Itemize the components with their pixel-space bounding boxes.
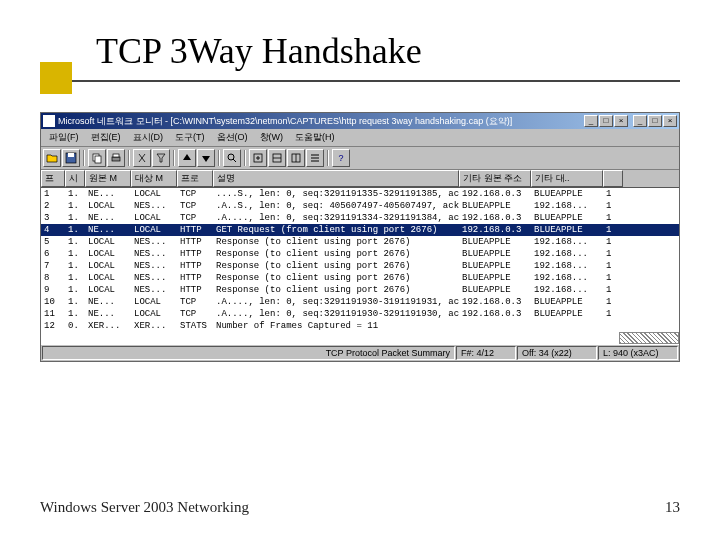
col-extra[interactable] bbox=[603, 170, 623, 187]
cell: LOCAL bbox=[131, 212, 177, 224]
cut-icon[interactable] bbox=[133, 149, 151, 167]
child-maximize-button[interactable]: □ bbox=[648, 115, 662, 127]
table-row[interactable]: 71.LOCALNES...HTTPResponse (to client us… bbox=[41, 260, 679, 272]
cell: LOCAL bbox=[131, 296, 177, 308]
col-frame[interactable]: 프 bbox=[41, 170, 65, 187]
table-row[interactable]: 41.NE...LOCALHTTPGET Request (from clien… bbox=[41, 224, 679, 236]
cell: NE... bbox=[85, 308, 131, 320]
cell: 2 bbox=[41, 200, 65, 212]
cell: 192.168... bbox=[531, 248, 603, 260]
menu-window[interactable]: 창(W) bbox=[254, 130, 290, 145]
cell: 192.168... bbox=[531, 260, 603, 272]
title-area: TCP 3Way Handshake bbox=[0, 0, 720, 72]
cell: HTTP bbox=[177, 248, 213, 260]
menu-options[interactable]: 옵션(O) bbox=[211, 130, 254, 145]
arrow-down-icon[interactable] bbox=[197, 149, 215, 167]
cell: BLUEAPPLE bbox=[459, 272, 531, 284]
titlebar-text: Microsoft 네트워크 모니터 - [C:\WINNT\system32\… bbox=[58, 115, 584, 128]
cell: TCP bbox=[177, 188, 213, 200]
cell: 3 bbox=[41, 212, 65, 224]
table-row[interactable]: 61.LOCALNES...HTTPResponse (to client us… bbox=[41, 248, 679, 260]
menu-tools[interactable]: 도구(T) bbox=[169, 130, 211, 145]
cell: NES... bbox=[131, 284, 177, 296]
maximize-button[interactable]: □ bbox=[599, 115, 613, 127]
help-icon[interactable]: ? bbox=[332, 149, 350, 167]
table-row[interactable]: 21.LOCALNES...TCP.A..S., len: 0, seq: 40… bbox=[41, 200, 679, 212]
table-row[interactable]: 120.XER...XER...STATSNumber of Frames Ca… bbox=[41, 320, 679, 332]
open-icon[interactable] bbox=[43, 149, 61, 167]
resize-hatch-icon[interactable] bbox=[619, 332, 679, 344]
menu-help[interactable]: 도움말(H) bbox=[289, 130, 341, 145]
close-button[interactable]: × bbox=[614, 115, 628, 127]
table-row[interactable]: 31.NE...LOCALTCP.A...., len: 0, seq:3291… bbox=[41, 212, 679, 224]
cell: 1 bbox=[603, 188, 623, 200]
grid-body: 11.NE...LOCALTCP....S., len: 0, seq:3291… bbox=[41, 188, 679, 332]
col-description[interactable]: 설명 bbox=[213, 170, 459, 187]
table-row[interactable]: 11.NE...LOCALTCP....S., len: 0, seq:3291… bbox=[41, 188, 679, 200]
child-minimize-button[interactable]: _ bbox=[633, 115, 647, 127]
cell: NES... bbox=[131, 272, 177, 284]
filter-icon[interactable] bbox=[152, 149, 170, 167]
cell: BLUEAPPLE bbox=[531, 212, 603, 224]
cell: 192.168.0.3 bbox=[459, 188, 531, 200]
svg-rect-3 bbox=[95, 156, 101, 163]
table-row[interactable]: 101.NE...LOCALTCP.A...., len: 0, seq:329… bbox=[41, 296, 679, 308]
table-row[interactable]: 111.NE...LOCALTCP.A...., len: 0, seq:329… bbox=[41, 308, 679, 320]
table-row[interactable]: 51.LOCALNES...HTTPResponse (to client us… bbox=[41, 236, 679, 248]
copy-icon[interactable] bbox=[88, 149, 106, 167]
cell: NES... bbox=[131, 260, 177, 272]
cell: 1. bbox=[65, 260, 85, 272]
menu-edit[interactable]: 편집(E) bbox=[85, 130, 127, 145]
cell: 6 bbox=[41, 248, 65, 260]
cell: TCP bbox=[177, 212, 213, 224]
svg-line-7 bbox=[233, 159, 236, 162]
menu-file[interactable]: 파일(F) bbox=[43, 130, 85, 145]
cell: HTTP bbox=[177, 272, 213, 284]
cell: 1. bbox=[65, 236, 85, 248]
cell: 1. bbox=[65, 284, 85, 296]
cell: 1. bbox=[65, 188, 85, 200]
cell: Number of Frames Captured = 11 bbox=[213, 320, 459, 332]
menu-display[interactable]: 표시(D) bbox=[127, 130, 170, 145]
statusbar: TCP Protocol Packet Summary F#: 4/12 Off… bbox=[41, 344, 679, 361]
child-close-button[interactable]: × bbox=[663, 115, 677, 127]
cell: 1 bbox=[603, 212, 623, 224]
col-dst-mac[interactable]: 대상 M bbox=[131, 170, 177, 187]
cell: LOCAL bbox=[85, 236, 131, 248]
zoom-icon[interactable] bbox=[249, 149, 267, 167]
table-row[interactable]: 81.LOCALNES...HTTPResponse (to client us… bbox=[41, 272, 679, 284]
col-src-addr[interactable]: 기타 원본 주소 bbox=[459, 170, 531, 187]
cell: Response (to client using port 2676) bbox=[213, 248, 459, 260]
footer-left: Windows Server 2003 Networking bbox=[40, 499, 249, 516]
cell: 1. bbox=[65, 308, 85, 320]
col-time[interactable]: 시 bbox=[65, 170, 85, 187]
cell: 1. bbox=[65, 272, 85, 284]
save-icon[interactable] bbox=[62, 149, 80, 167]
app-icon bbox=[43, 115, 55, 127]
cell: LOCAL bbox=[131, 308, 177, 320]
columns-icon[interactable] bbox=[287, 149, 305, 167]
cell: 192.168... bbox=[531, 236, 603, 248]
col-src-mac[interactable]: 원본 M bbox=[85, 170, 131, 187]
cell: TCP bbox=[177, 308, 213, 320]
cell: NES... bbox=[131, 248, 177, 260]
cell: LOCAL bbox=[85, 260, 131, 272]
toolbar: ? bbox=[41, 147, 679, 170]
grid-spacer bbox=[41, 332, 679, 344]
pane-icon[interactable] bbox=[268, 149, 286, 167]
slide-title: TCP 3Way Handshake bbox=[40, 30, 720, 72]
find-icon[interactable] bbox=[223, 149, 241, 167]
cell: 8 bbox=[41, 272, 65, 284]
menubar: 파일(F) 편집(E) 표시(D) 도구(T) 옵션(O) 창(W) 도움말(H… bbox=[41, 129, 679, 147]
print-icon[interactable] bbox=[107, 149, 125, 167]
col-protocol[interactable]: 프로 bbox=[177, 170, 213, 187]
toolbar-separator bbox=[327, 150, 329, 166]
minimize-button[interactable]: _ bbox=[584, 115, 598, 127]
cell: 9 bbox=[41, 284, 65, 296]
list-icon[interactable] bbox=[306, 149, 324, 167]
arrow-up-icon[interactable] bbox=[178, 149, 196, 167]
title-bullet-icon bbox=[40, 62, 72, 94]
col-dst-addr[interactable]: 기타 대.. bbox=[531, 170, 603, 187]
cell: 1. bbox=[65, 248, 85, 260]
table-row[interactable]: 91.LOCALNES...HTTPResponse (to client us… bbox=[41, 284, 679, 296]
